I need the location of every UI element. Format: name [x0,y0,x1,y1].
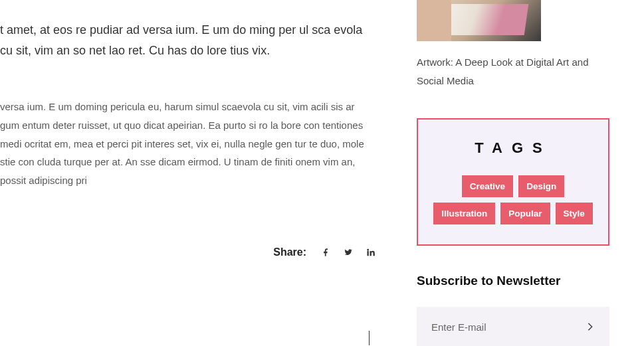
tag-style[interactable]: Style [556,203,593,224]
tag-design[interactable]: Design [518,175,564,197]
tag-popular[interactable]: Popular [500,203,550,224]
divider [369,331,370,345]
subscribe-form [417,307,609,347]
tag-creative[interactable]: Creative [462,175,513,197]
article-paragraph-1: t amet, at eos re pudiar ad versa ium. E… [0,20,376,60]
linkedin-icon[interactable] [366,248,376,257]
post-title[interactable]: Artwork: A Deep Look at Digital Art and … [417,53,609,90]
tags-heading: TAGS [433,139,593,157]
share-row: Share: [0,246,376,258]
share-icons [321,248,376,257]
share-label: Share: [273,246,306,258]
post-thumbnail[interactable] [417,0,541,41]
submit-button[interactable] [586,322,595,331]
subscribe-heading: Subscribe to Newsletter [417,274,609,288]
tags-list: Creative Design Illustration Popular Sty… [433,175,593,224]
article-body: t amet, at eos re pudiar ad versa ium. E… [0,0,376,258]
tags-widget: TAGS Creative Design Illustration Popula… [417,118,609,246]
tag-illustration[interactable]: Illustration [433,203,495,224]
facebook-icon[interactable] [321,248,330,257]
sidebar: Artwork: A Deep Look at Digital Art and … [417,0,609,346]
email-input[interactable] [431,321,586,333]
article-paragraph-2: versa ium. E um doming pericula eu, haru… [0,98,376,190]
twitter-icon[interactable] [344,248,353,257]
